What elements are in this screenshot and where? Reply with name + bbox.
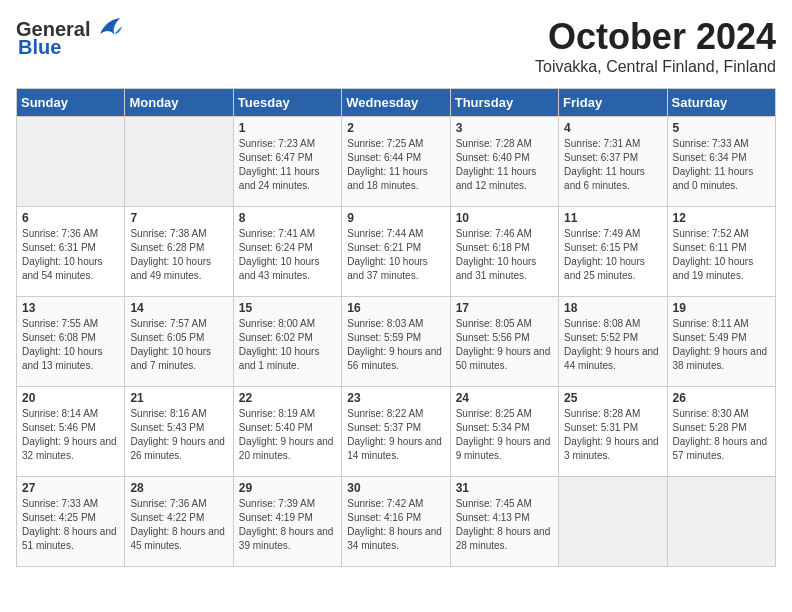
day-info: Sunrise: 8:16 AMSunset: 5:43 PMDaylight:… <box>130 407 227 463</box>
day-number: 25 <box>564 391 661 405</box>
day-number: 14 <box>130 301 227 315</box>
logo-bird-icon <box>92 16 122 42</box>
calendar-cell: 10Sunrise: 7:46 AMSunset: 6:18 PMDayligh… <box>450 207 558 297</box>
day-info: Sunrise: 7:25 AMSunset: 6:44 PMDaylight:… <box>347 137 444 193</box>
week-row-1: 1Sunrise: 7:23 AMSunset: 6:47 PMDaylight… <box>17 117 776 207</box>
day-number: 31 <box>456 481 553 495</box>
day-info: Sunrise: 7:42 AMSunset: 4:16 PMDaylight:… <box>347 497 444 553</box>
day-info: Sunrise: 7:57 AMSunset: 6:05 PMDaylight:… <box>130 317 227 373</box>
calendar-cell: 1Sunrise: 7:23 AMSunset: 6:47 PMDaylight… <box>233 117 341 207</box>
day-info: Sunrise: 8:08 AMSunset: 5:52 PMDaylight:… <box>564 317 661 373</box>
day-number: 20 <box>22 391 119 405</box>
day-number: 26 <box>673 391 770 405</box>
calendar-cell: 27Sunrise: 7:33 AMSunset: 4:25 PMDayligh… <box>17 477 125 567</box>
day-info: Sunrise: 7:36 AMSunset: 6:31 PMDaylight:… <box>22 227 119 283</box>
header-thursday: Thursday <box>450 89 558 117</box>
location-title: Toivakka, Central Finland, Finland <box>535 58 776 76</box>
calendar-cell <box>17 117 125 207</box>
day-info: Sunrise: 7:45 AMSunset: 4:13 PMDaylight:… <box>456 497 553 553</box>
calendar-cell: 30Sunrise: 7:42 AMSunset: 4:16 PMDayligh… <box>342 477 450 567</box>
day-number: 24 <box>456 391 553 405</box>
calendar-cell: 6Sunrise: 7:36 AMSunset: 6:31 PMDaylight… <box>17 207 125 297</box>
day-number: 3 <box>456 121 553 135</box>
calendar-table: SundayMondayTuesdayWednesdayThursdayFrid… <box>16 88 776 567</box>
day-number: 18 <box>564 301 661 315</box>
week-row-5: 27Sunrise: 7:33 AMSunset: 4:25 PMDayligh… <box>17 477 776 567</box>
day-info: Sunrise: 8:05 AMSunset: 5:56 PMDaylight:… <box>456 317 553 373</box>
calendar-cell: 20Sunrise: 8:14 AMSunset: 5:46 PMDayligh… <box>17 387 125 477</box>
calendar-cell <box>559 477 667 567</box>
day-number: 12 <box>673 211 770 225</box>
calendar-cell: 13Sunrise: 7:55 AMSunset: 6:08 PMDayligh… <box>17 297 125 387</box>
day-info: Sunrise: 7:44 AMSunset: 6:21 PMDaylight:… <box>347 227 444 283</box>
day-number: 28 <box>130 481 227 495</box>
day-info: Sunrise: 7:33 AMSunset: 4:25 PMDaylight:… <box>22 497 119 553</box>
day-info: Sunrise: 8:22 AMSunset: 5:37 PMDaylight:… <box>347 407 444 463</box>
month-title: October 2024 <box>535 16 776 58</box>
day-number: 30 <box>347 481 444 495</box>
calendar-cell <box>667 477 775 567</box>
calendar-cell: 31Sunrise: 7:45 AMSunset: 4:13 PMDayligh… <box>450 477 558 567</box>
day-info: Sunrise: 7:39 AMSunset: 4:19 PMDaylight:… <box>239 497 336 553</box>
day-number: 17 <box>456 301 553 315</box>
day-number: 2 <box>347 121 444 135</box>
header-row: SundayMondayTuesdayWednesdayThursdayFrid… <box>17 89 776 117</box>
day-number: 1 <box>239 121 336 135</box>
day-info: Sunrise: 7:38 AMSunset: 6:28 PMDaylight:… <box>130 227 227 283</box>
calendar-cell: 22Sunrise: 8:19 AMSunset: 5:40 PMDayligh… <box>233 387 341 477</box>
calendar-cell: 3Sunrise: 7:28 AMSunset: 6:40 PMDaylight… <box>450 117 558 207</box>
day-number: 13 <box>22 301 119 315</box>
calendar-cell: 21Sunrise: 8:16 AMSunset: 5:43 PMDayligh… <box>125 387 233 477</box>
calendar-cell: 23Sunrise: 8:22 AMSunset: 5:37 PMDayligh… <box>342 387 450 477</box>
day-number: 7 <box>130 211 227 225</box>
week-row-4: 20Sunrise: 8:14 AMSunset: 5:46 PMDayligh… <box>17 387 776 477</box>
calendar-cell: 24Sunrise: 8:25 AMSunset: 5:34 PMDayligh… <box>450 387 558 477</box>
day-info: Sunrise: 8:14 AMSunset: 5:46 PMDaylight:… <box>22 407 119 463</box>
day-number: 15 <box>239 301 336 315</box>
day-number: 22 <box>239 391 336 405</box>
day-number: 19 <box>673 301 770 315</box>
day-info: Sunrise: 8:30 AMSunset: 5:28 PMDaylight:… <box>673 407 770 463</box>
day-number: 16 <box>347 301 444 315</box>
week-row-2: 6Sunrise: 7:36 AMSunset: 6:31 PMDaylight… <box>17 207 776 297</box>
day-info: Sunrise: 8:25 AMSunset: 5:34 PMDaylight:… <box>456 407 553 463</box>
day-info: Sunrise: 7:33 AMSunset: 6:34 PMDaylight:… <box>673 137 770 193</box>
day-info: Sunrise: 8:11 AMSunset: 5:49 PMDaylight:… <box>673 317 770 373</box>
calendar-cell: 4Sunrise: 7:31 AMSunset: 6:37 PMDaylight… <box>559 117 667 207</box>
calendar-cell: 16Sunrise: 8:03 AMSunset: 5:59 PMDayligh… <box>342 297 450 387</box>
day-info: Sunrise: 7:28 AMSunset: 6:40 PMDaylight:… <box>456 137 553 193</box>
calendar-cell: 19Sunrise: 8:11 AMSunset: 5:49 PMDayligh… <box>667 297 775 387</box>
day-number: 8 <box>239 211 336 225</box>
calendar-cell: 5Sunrise: 7:33 AMSunset: 6:34 PMDaylight… <box>667 117 775 207</box>
day-number: 4 <box>564 121 661 135</box>
day-number: 10 <box>456 211 553 225</box>
calendar-cell: 15Sunrise: 8:00 AMSunset: 6:02 PMDayligh… <box>233 297 341 387</box>
logo: General Blue <box>16 16 122 59</box>
day-info: Sunrise: 7:55 AMSunset: 6:08 PMDaylight:… <box>22 317 119 373</box>
logo-blue: Blue <box>18 36 61 59</box>
day-number: 27 <box>22 481 119 495</box>
day-info: Sunrise: 7:36 AMSunset: 4:22 PMDaylight:… <box>130 497 227 553</box>
day-info: Sunrise: 8:28 AMSunset: 5:31 PMDaylight:… <box>564 407 661 463</box>
day-number: 5 <box>673 121 770 135</box>
day-info: Sunrise: 7:31 AMSunset: 6:37 PMDaylight:… <box>564 137 661 193</box>
day-number: 11 <box>564 211 661 225</box>
calendar-cell: 18Sunrise: 8:08 AMSunset: 5:52 PMDayligh… <box>559 297 667 387</box>
calendar-cell: 14Sunrise: 7:57 AMSunset: 6:05 PMDayligh… <box>125 297 233 387</box>
calendar-cell: 9Sunrise: 7:44 AMSunset: 6:21 PMDaylight… <box>342 207 450 297</box>
calendar-cell: 28Sunrise: 7:36 AMSunset: 4:22 PMDayligh… <box>125 477 233 567</box>
day-number: 9 <box>347 211 444 225</box>
header-wednesday: Wednesday <box>342 89 450 117</box>
calendar-cell: 7Sunrise: 7:38 AMSunset: 6:28 PMDaylight… <box>125 207 233 297</box>
day-number: 6 <box>22 211 119 225</box>
calendar-cell: 11Sunrise: 7:49 AMSunset: 6:15 PMDayligh… <box>559 207 667 297</box>
calendar-cell: 29Sunrise: 7:39 AMSunset: 4:19 PMDayligh… <box>233 477 341 567</box>
day-number: 29 <box>239 481 336 495</box>
header-monday: Monday <box>125 89 233 117</box>
page-header: General Blue October 2024 Toivakka, Cent… <box>16 16 776 76</box>
day-info: Sunrise: 7:49 AMSunset: 6:15 PMDaylight:… <box>564 227 661 283</box>
day-info: Sunrise: 8:19 AMSunset: 5:40 PMDaylight:… <box>239 407 336 463</box>
calendar-cell: 26Sunrise: 8:30 AMSunset: 5:28 PMDayligh… <box>667 387 775 477</box>
day-info: Sunrise: 8:03 AMSunset: 5:59 PMDaylight:… <box>347 317 444 373</box>
day-info: Sunrise: 7:52 AMSunset: 6:11 PMDaylight:… <box>673 227 770 283</box>
